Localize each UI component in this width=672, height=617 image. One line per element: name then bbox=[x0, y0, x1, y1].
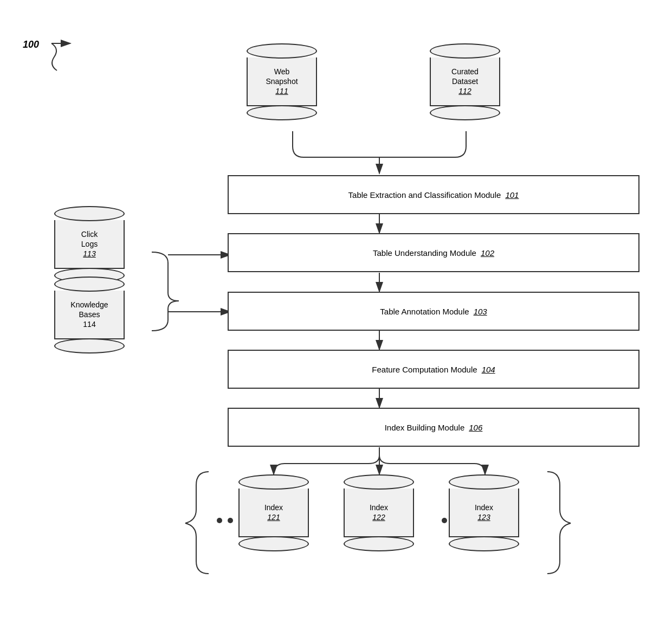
diagram: 100 bbox=[0, 0, 672, 617]
click-logs-cylinder: Click Logs 113 bbox=[54, 206, 125, 283]
cylinder-top-121 bbox=[238, 474, 309, 490]
index-121-cylinder: Index 121 bbox=[238, 474, 309, 551]
cylinder-body-clicks: Click Logs 113 bbox=[54, 220, 125, 269]
cylinder-top-123 bbox=[449, 474, 519, 490]
cylinder-top-122 bbox=[344, 474, 414, 490]
curated-dataset-cylinder: Curated Dataset 112 bbox=[430, 43, 500, 120]
cylinder-body-122: Index 122 bbox=[344, 489, 414, 537]
cylinder-bottom-123 bbox=[449, 536, 519, 551]
knowledge-bases-label: Knowledge Bases 114 bbox=[70, 300, 108, 330]
table-annotation-box: Table Annotation Module 103 bbox=[228, 292, 639, 331]
cylinder-bottom-122 bbox=[344, 536, 414, 551]
web-snapshot-cylinder: Web Snapshot 111 bbox=[247, 43, 317, 120]
index-123-label: Index 123 bbox=[475, 503, 493, 522]
knowledge-bases-cylinder: Knowledge Bases 114 bbox=[54, 277, 125, 354]
cylinder-bottom-web bbox=[247, 105, 317, 120]
cylinder-bottom-121 bbox=[238, 536, 309, 551]
cylinder-body-curated: Curated Dataset 112 bbox=[430, 57, 500, 106]
feature-computation-box: Feature Computation Module 104 bbox=[228, 350, 639, 389]
curated-dataset-label: Curated Dataset 112 bbox=[451, 67, 479, 97]
web-snapshot-label: Web Snapshot 111 bbox=[266, 67, 298, 97]
cylinder-body-123: Index 123 bbox=[449, 489, 519, 537]
index-123-cylinder: Index 123 bbox=[449, 474, 519, 551]
svg-point-14 bbox=[442, 518, 447, 523]
cylinder-top-curated bbox=[430, 43, 500, 59]
cylinder-top-web bbox=[247, 43, 317, 59]
svg-point-11 bbox=[228, 518, 233, 523]
index-121-label: Index 121 bbox=[264, 503, 283, 522]
cylinder-body-web: Web Snapshot 111 bbox=[247, 57, 317, 106]
table-extraction-box: Table Extraction and Classification Modu… bbox=[228, 175, 639, 214]
index-building-box: Index Building Module 106 bbox=[228, 408, 639, 447]
svg-point-10 bbox=[217, 518, 222, 523]
ref-label-100: 100 bbox=[23, 39, 39, 50]
cylinder-top-clicks bbox=[54, 206, 125, 221]
index-122-cylinder: Index 122 bbox=[344, 474, 414, 551]
table-understanding-box: Table Understanding Module 102 bbox=[228, 233, 639, 272]
cylinder-body-kb: Knowledge Bases 114 bbox=[54, 291, 125, 339]
cylinder-top-kb bbox=[54, 277, 125, 292]
index-122-label: Index 122 bbox=[370, 503, 388, 522]
cylinder-body-121: Index 121 bbox=[238, 489, 309, 537]
cylinder-bottom-kb bbox=[54, 338, 125, 354]
cylinder-bottom-curated bbox=[430, 105, 500, 120]
click-logs-label: Click Logs 113 bbox=[81, 229, 98, 259]
